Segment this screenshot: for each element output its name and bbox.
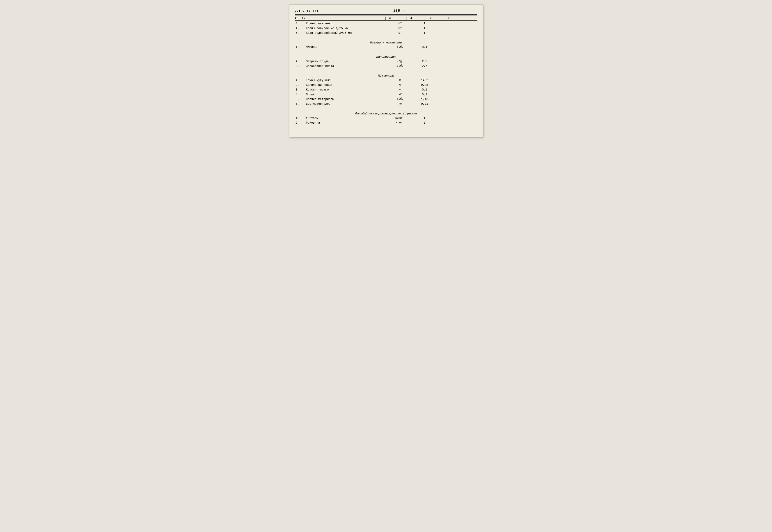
row-col5 [436, 45, 457, 50]
row-name: Кран водоразборный Д=15 мм [305, 31, 387, 35]
table-row: 4.Олифакг0,1 [295, 92, 477, 97]
row-col6 [457, 31, 477, 35]
row-col6 [457, 92, 477, 97]
row-quantity: 0,25 [413, 83, 436, 87]
row-name: Олифа [305, 92, 387, 97]
col5-header: | 5 [419, 16, 437, 20]
row-name: Заработная плата [305, 64, 387, 68]
row-name: Прочие материалы [305, 97, 387, 102]
row-name: Унитазы [305, 116, 387, 120]
row-quantity: 0,21 [413, 102, 436, 106]
row-quantity: I [413, 116, 436, 120]
row-quantity: 0,1 [413, 87, 436, 92]
row-col6 [457, 78, 477, 83]
row-quantity: I [413, 21, 436, 26]
row-number: 5. [295, 97, 305, 102]
section-title: Материалы [295, 73, 477, 78]
row-unit: кг [387, 83, 413, 87]
section-header-row: Материалы [295, 73, 477, 78]
table-row: I.Затраты трудач/дн2,8 [295, 59, 477, 64]
spacer [475, 9, 477, 13]
row-name: Белила цинковые [305, 83, 387, 87]
row-name: Раковина [305, 120, 387, 125]
row-col5 [436, 116, 457, 120]
row-name: Вес материалов [305, 102, 387, 106]
row-number: 2. [295, 120, 305, 125]
row-col6 [457, 97, 477, 102]
page-number: - 155 - [389, 9, 405, 13]
row-quantity: I [413, 26, 436, 31]
section-header-row: Канализация [295, 54, 477, 59]
row-unit: шт [387, 31, 413, 35]
table-row: 6.Вес материаловтн0,21 [295, 102, 477, 106]
row-name: Затраты труда [305, 59, 387, 64]
row-name: Краны поливочные Д-25 мм [305, 26, 387, 31]
row-number: 2. [295, 83, 305, 87]
row-col6 [457, 87, 477, 92]
table-row: 2.Раковинакомп.1 [295, 120, 477, 125]
row-col6 [457, 45, 477, 50]
row-number: 2. [295, 64, 305, 68]
section-title: Полуфабрикаты, конструкции и детали [295, 111, 477, 116]
row-number: I. [295, 116, 305, 120]
col6-header: | 6 [437, 16, 455, 20]
table-row: 2.Белила цинковыекг0,25 [295, 83, 477, 87]
row-name: Краски тертые [305, 87, 387, 92]
row-col6 [457, 116, 477, 120]
page-header: 90I-2-62 (У) - 155 - [295, 9, 477, 13]
row-number: 5. [295, 31, 305, 35]
row-quantity: 2,8 [413, 59, 436, 64]
row-col5 [436, 102, 457, 106]
row-quantity: 0,4 [413, 45, 436, 50]
col2-header: 2 [304, 16, 376, 20]
row-unit: тн [387, 102, 413, 106]
row-unit: шт [387, 26, 413, 31]
row-unit: комп. [387, 120, 413, 125]
row-name: Краны пожарные [305, 21, 387, 26]
row-number: 4. [295, 26, 305, 31]
section-header-row: Полуфабрикаты, конструкции и детали [295, 111, 477, 116]
row-col6 [457, 83, 477, 87]
row-quantity: 1 [413, 120, 436, 125]
row-col5 [436, 87, 457, 92]
row-unit: руб. [387, 97, 413, 102]
row-number: 6. [295, 102, 305, 106]
row-col6 [457, 64, 477, 68]
row-quantity: 14,2 [413, 78, 436, 83]
row-unit: ч/дн [387, 59, 413, 64]
row-col6 [457, 59, 477, 64]
column-headers: I 1 2 | 3 | 4 | 5 | 6 [295, 16, 477, 21]
table-row: 5.Кран водоразборный Д=15 ммштI [295, 31, 477, 35]
row-number: 4. [295, 92, 305, 97]
table-row: I.Трубы чугунныем14,2 [295, 78, 477, 83]
table-row: 2.Заработная платаруб.2,7 [295, 64, 477, 68]
col3-header: | 3 [376, 16, 398, 20]
row-quantity: I [413, 31, 436, 35]
row-col6 [457, 21, 477, 26]
row-quantity: 0,1 [413, 92, 436, 97]
col1-header: I 1 [295, 16, 304, 20]
section-title: Машины и механизмы [295, 40, 477, 45]
table-row: 3.Краски тертыекг0,1 [295, 87, 477, 92]
row-number: 3. [295, 21, 305, 26]
row-number: I. [295, 45, 305, 50]
row-col5 [436, 59, 457, 64]
row-col5 [436, 26, 457, 31]
row-col6 [457, 120, 477, 125]
row-col5 [436, 21, 457, 26]
row-col5 [436, 78, 457, 83]
row-unit: кг [387, 92, 413, 97]
row-number: I. [295, 78, 305, 83]
row-quantity: 2,7 [413, 64, 436, 68]
row-unit: руб. [387, 64, 413, 68]
table-row: 5.Прочие материалыруб.1,43 [295, 97, 477, 102]
document-page: 90I-2-62 (У) - 155 - I 1 2 | 3 | 4 | 5 |… [289, 5, 483, 137]
row-col5 [436, 31, 457, 35]
main-table: 3.Краны пожарныештI4.Краны поливочные Д-… [295, 21, 477, 125]
table-row: 3.Краны пожарныештI [295, 21, 477, 26]
section-title: Канализация [295, 54, 477, 59]
row-unit: компл. [387, 116, 413, 120]
table-row: 4.Краны поливочные Д-25 ммштI [295, 26, 477, 31]
row-col6 [457, 26, 477, 31]
row-name: Машины [305, 45, 387, 50]
